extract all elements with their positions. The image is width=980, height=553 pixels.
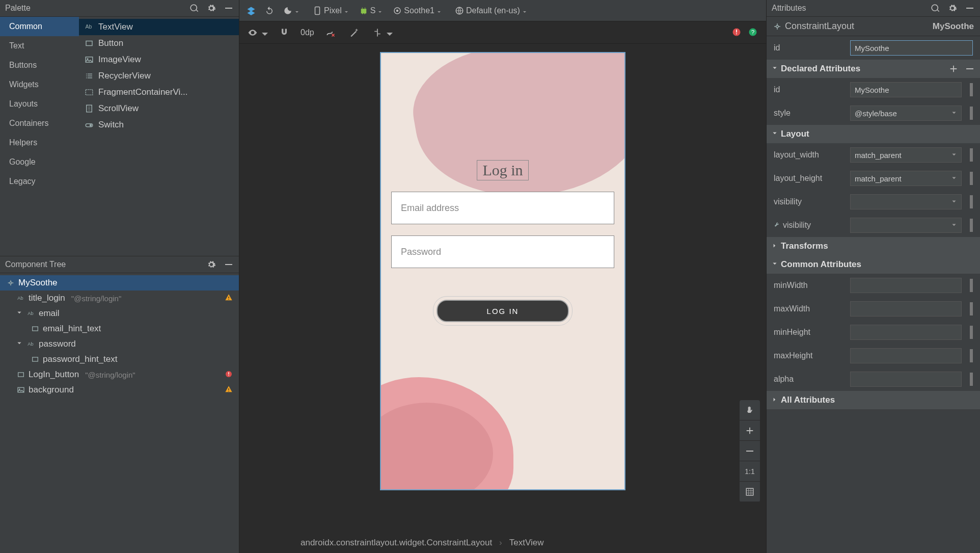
tree-node-password[interactable]: password	[0, 336, 239, 352]
infer-constraints-icon[interactable]	[347, 27, 361, 39]
search-icon[interactable]	[930, 3, 940, 13]
section-all[interactable]: All Attributes	[767, 391, 980, 409]
design-sub-toolbar: 0dp	[239, 21, 766, 44]
rotate-icon[interactable]	[263, 5, 276, 16]
password-field[interactable]: Password	[391, 235, 614, 268]
tree-node-background[interactable]: background	[0, 382, 239, 398]
zoom-controls: 1:1	[740, 400, 760, 502]
api-selector[interactable]: S	[357, 5, 386, 16]
attr-row-maxHeight: maxHeight	[767, 344, 980, 367]
attr-visibility-select[interactable]	[850, 194, 962, 209]
layers-icon[interactable]	[244, 5, 258, 16]
tree-node-title_login[interactable]: title_login"@string/login"	[0, 291, 239, 306]
theme-selector[interactable]: Soothe1	[391, 5, 445, 16]
login-title[interactable]: Log in	[477, 160, 528, 180]
zoom-ratio[interactable]: 1:1	[740, 461, 760, 482]
palette-item-textview[interactable]: TextView	[79, 19, 239, 35]
palette-category-buttons[interactable]: Buttons	[0, 56, 79, 75]
section-layout[interactable]: Layout	[767, 125, 980, 143]
palette-item-fragmentcontainervi...[interactable]: FragmentContainerVi...	[79, 84, 239, 100]
gear-icon[interactable]	[206, 259, 216, 270]
minimize-icon[interactable]	[224, 3, 234, 13]
error-icon	[225, 370, 234, 379]
fit-icon[interactable]	[740, 482, 760, 502]
palette-item-imageview[interactable]: ImageView	[79, 51, 239, 68]
locale-selector[interactable]: Default (en-us)	[453, 5, 530, 16]
attr-visibility-select[interactable]	[850, 218, 962, 233]
palette-category-legacy[interactable]: Legacy	[0, 172, 79, 191]
warning-icon	[225, 385, 234, 394]
tree-node-password_hint_text[interactable]: password_hint_text	[0, 352, 239, 367]
align-icon[interactable]	[370, 27, 393, 39]
warning-icon	[225, 294, 234, 303]
palette-category-common[interactable]: Common	[0, 17, 79, 36]
attr-row-id: id	[767, 78, 980, 101]
scroll-icon	[84, 103, 94, 114]
palette-category-text[interactable]: Text	[0, 36, 79, 56]
palette-category-helpers[interactable]: Helpers	[0, 133, 79, 152]
pan-icon[interactable]	[740, 400, 760, 420]
palette-item-recyclerview[interactable]: RecyclerView	[79, 68, 239, 84]
attr-minHeight-input[interactable]	[850, 325, 962, 340]
device-preview[interactable]: Log in Email address Password LOG IN	[380, 52, 625, 490]
palette-category-layouts[interactable]: Layouts	[0, 94, 79, 114]
zoom-out-button[interactable]	[740, 441, 760, 461]
email-field[interactable]: Email address	[391, 192, 614, 224]
minimize-icon[interactable]	[224, 259, 234, 270]
minimize-icon[interactable]	[965, 3, 975, 13]
attr-alpha-input[interactable]	[850, 372, 962, 387]
attr-row-alpha: alpha	[767, 367, 980, 391]
gear-icon[interactable]	[947, 3, 958, 13]
constraint-icon	[6, 278, 15, 287]
palette-item-scrollview[interactable]: ScrollView	[79, 100, 239, 117]
add-attribute-icon[interactable]	[948, 64, 959, 74]
gear-icon[interactable]	[206, 3, 216, 13]
margin-dp[interactable]: 0dp	[301, 28, 314, 37]
zoom-in-button[interactable]	[740, 420, 760, 441]
search-icon[interactable]	[189, 3, 199, 13]
breadcrumb-child[interactable]: TextView	[509, 538, 544, 548]
attr-id-row: id	[767, 36, 980, 60]
attr-row-style: style@style/base	[767, 101, 980, 125]
clear-constraints-icon[interactable]	[323, 27, 338, 39]
text-icon	[26, 309, 36, 318]
tree-node-MySoothe[interactable]: MySoothe	[0, 275, 239, 291]
help-icon[interactable]	[746, 26, 760, 38]
login-button[interactable]: LOG IN	[437, 300, 569, 322]
design-canvas[interactable]: Log in Email address Password LOG IN 1:1	[239, 44, 766, 533]
breadcrumb-root[interactable]: androidx.constraintlayout.widget.Constra…	[301, 538, 492, 548]
night-mode-icon[interactable]	[281, 5, 303, 16]
attr-maxWidth-input[interactable]	[850, 301, 962, 317]
attr-layout_height-select[interactable]: match_parent	[850, 171, 962, 186]
attr-maxHeight-input[interactable]	[850, 348, 962, 363]
chevron-down-icon[interactable]	[16, 340, 23, 348]
section-transforms[interactable]: Transforms	[767, 237, 980, 255]
palette-category-google[interactable]: Google	[0, 152, 79, 172]
palette-categories: CommonTextButtonsWidgetsLayoutsContainer…	[0, 17, 79, 256]
attr-id-input[interactable]	[850, 40, 973, 56]
palette-category-widgets[interactable]: Widgets	[0, 75, 79, 94]
tree-node-email_hint_text[interactable]: email_hint_text	[0, 321, 239, 336]
error-badge-icon[interactable]	[729, 26, 744, 38]
section-common[interactable]: Common Attributes	[767, 255, 980, 274]
section-declared[interactable]: Declared Attributes	[767, 60, 980, 78]
text-icon	[26, 339, 36, 349]
attr-minWidth-input[interactable]	[850, 278, 962, 293]
magnet-icon[interactable]	[277, 27, 291, 39]
chevron-down-icon[interactable]	[16, 310, 23, 317]
tree-node-LogIn_button[interactable]: LogIn_button"@string/login"	[0, 367, 239, 382]
attr-layout_width-select[interactable]: match_parent	[850, 147, 962, 163]
component-tree: MySoothetitle_login"@string/login"emaile…	[0, 273, 239, 553]
attr-id-input[interactable]	[850, 82, 962, 97]
attr-style-select[interactable]: @style/base	[850, 106, 962, 121]
tree-node-email[interactable]: email	[0, 306, 239, 321]
remove-attribute-icon[interactable]	[965, 64, 975, 74]
palette-title: Palette	[5, 4, 31, 13]
component-tree-title: Component Tree	[5, 260, 66, 269]
palette-item-switch[interactable]: Switch	[79, 117, 239, 133]
palette-item-button[interactable]: Button	[79, 35, 239, 51]
visibility-icon[interactable]	[246, 27, 268, 39]
image-icon	[16, 385, 25, 394]
device-selector[interactable]: Pixel	[311, 5, 352, 16]
palette-category-containers[interactable]: Containers	[0, 114, 79, 133]
